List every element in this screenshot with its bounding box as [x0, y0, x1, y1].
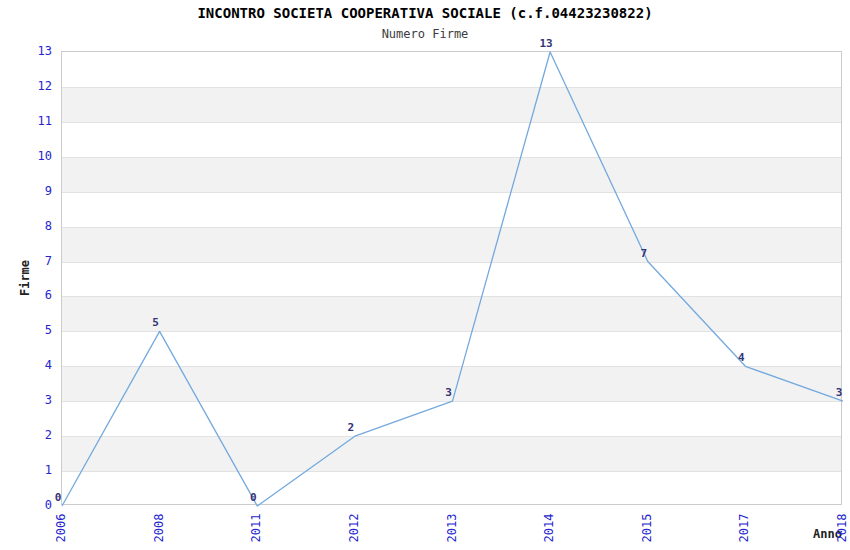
chart-subtitle: Numero Firme [0, 27, 850, 41]
data-point-label: 5 [152, 316, 159, 329]
x-tick-label: 2015 [640, 514, 654, 543]
y-tick-label: 4 [0, 358, 52, 372]
data-point-label: 7 [640, 247, 647, 260]
x-tick-label: 2017 [737, 514, 751, 543]
y-tick-label: 13 [0, 44, 52, 58]
y-tick-label: 12 [0, 79, 52, 93]
y-tick-label: 3 [0, 393, 52, 407]
y-tick-label: 8 [0, 219, 52, 233]
data-line-svg [62, 52, 843, 506]
chart-title: INCONTRO SOCIETA COOPERATIVA SOCIALE (c.… [0, 5, 850, 21]
data-point-label: 3 [445, 386, 452, 399]
y-tick-label: 11 [0, 114, 52, 128]
data-line [62, 52, 843, 506]
x-tick-label: 2008 [152, 514, 166, 543]
x-tick-label: 2018 [835, 514, 849, 543]
y-tick-label: 1 [0, 463, 52, 477]
data-point-label: 3 [836, 386, 843, 399]
data-point-label: 13 [540, 37, 553, 50]
y-tick-label: 2 [0, 428, 52, 442]
y-tick-label: 0 [0, 498, 52, 512]
x-tick-label: 2011 [249, 514, 263, 543]
data-point-label: 0 [250, 491, 257, 504]
x-tick-label: 2006 [54, 514, 68, 543]
y-tick-label: 10 [0, 149, 52, 163]
data-point-label: 0 [55, 491, 62, 504]
x-tick-label: 2012 [347, 514, 361, 543]
data-point-label: 4 [738, 351, 745, 364]
x-tick-label: 2013 [445, 514, 459, 543]
y-tick-label: 7 [0, 254, 52, 268]
y-tick-label: 5 [0, 323, 52, 337]
line-chart: INCONTRO SOCIETA COOPERATIVA SOCIALE (c.… [0, 0, 850, 550]
x-tick-label: 2014 [542, 514, 556, 543]
y-tick-label: 9 [0, 184, 52, 198]
plot-area: 0502313743 [61, 51, 842, 505]
data-point-label: 2 [348, 421, 355, 434]
y-tick-label: 6 [0, 288, 52, 302]
